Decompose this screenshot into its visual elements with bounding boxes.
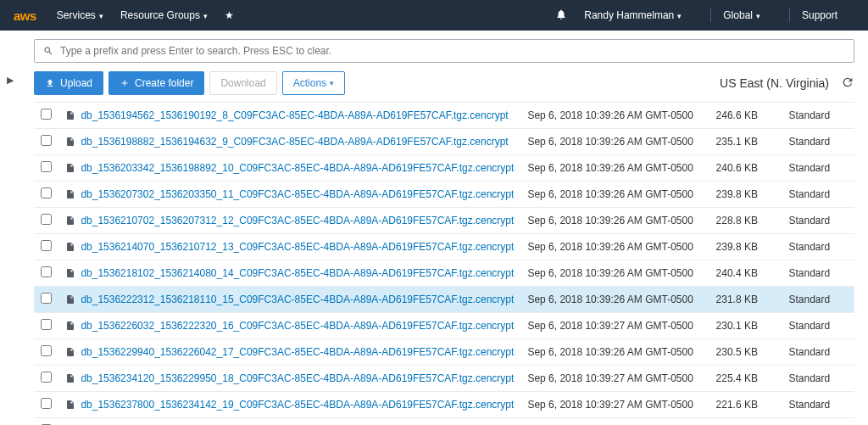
services-label: Services (57, 9, 96, 21)
last-modified: Sep 6, 2018 10:39:27 AM GMT-0500 (520, 392, 709, 418)
last-modified: Sep 6, 2018 10:39:26 AM GMT-0500 (520, 182, 709, 208)
upload-label: Upload (60, 77, 92, 89)
region-label: US East (N. Virginia) (720, 76, 829, 90)
storage-class: Standard (782, 287, 854, 313)
object-name-link[interactable]: db_1536214070_1536210712_13_C09FC3AC-85E… (81, 241, 514, 253)
table-row[interactable]: db_1536242532_1536237810_20_C09FC3AC-85E… (34, 418, 854, 426)
row-checkbox[interactable] (41, 240, 52, 251)
services-menu[interactable]: Services▾ (57, 9, 103, 21)
actions-menu[interactable]: Actions▾ (282, 71, 345, 95)
region-header-label: Global (723, 9, 753, 21)
file-icon (65, 136, 81, 148)
storage-class: Standard (782, 182, 854, 208)
file-icon (65, 372, 81, 384)
search-icon (43, 46, 53, 56)
region-menu[interactable]: Global▾ (723, 9, 760, 21)
object-size: 230.5 KB (709, 339, 782, 366)
object-name-link[interactable]: db_1536203342_1536198892_10_C09FC3AC-85E… (81, 162, 514, 174)
notifications-icon[interactable] (555, 8, 567, 23)
download-label: Download (220, 77, 265, 89)
row-checkbox[interactable] (41, 266, 52, 277)
account-menu[interactable]: Randy Hammelman▾ (584, 9, 682, 21)
resource-groups-label: Resource Groups (120, 9, 200, 21)
object-name-link[interactable]: db_1536194562_1536190192_8_C09FC3AC-85EC… (81, 109, 508, 121)
toolbar: Upload Create folder Download Actions▾ U… (34, 71, 854, 95)
table-row[interactable]: db_1536222312_1536218110_15_C09FC3AC-85E… (34, 287, 854, 313)
last-modified: Sep 6, 2018 10:39:27 AM GMT-0500 (520, 366, 709, 392)
last-modified: Sep 6, 2018 10:39:27 AM GMT-0500 (520, 313, 709, 339)
table-row[interactable]: db_1536194562_1536190192_8_C09FC3AC-85EC… (34, 103, 854, 129)
file-icon (65, 294, 81, 305)
row-checkbox[interactable] (41, 319, 52, 330)
row-checkbox[interactable] (41, 345, 52, 356)
storage-class: Standard (782, 260, 854, 287)
refresh-icon[interactable] (841, 75, 854, 92)
object-name-link[interactable]: db_1536234120_1536229950_18_C09FC3AC-85E… (81, 372, 514, 384)
expand-sidebar-handle[interactable]: ▶ (7, 75, 14, 86)
chevron-down-icon: ▾ (203, 12, 208, 20)
chevron-down-icon: ▾ (330, 79, 334, 87)
upload-button[interactable]: Upload (34, 71, 103, 95)
row-checkbox[interactable] (41, 372, 52, 383)
create-folder-button[interactable]: Create folder (108, 71, 204, 95)
row-checkbox[interactable] (41, 109, 52, 120)
chevron-down-icon: ▾ (677, 12, 682, 20)
storage-class: Standard (782, 103, 854, 129)
storage-class: Standard (782, 234, 854, 260)
object-size: 225.4 KB (709, 366, 782, 392)
object-name-link[interactable]: db_1536237800_1536234142_19_C09FC3AC-85E… (81, 399, 514, 411)
upload-icon (45, 78, 55, 88)
divider (789, 8, 790, 22)
storage-class: Standard (782, 366, 854, 392)
pin-icon[interactable]: ★ (225, 9, 234, 21)
table-row[interactable]: db_1536229940_1536226042_17_C09FC3AC-85E… (34, 339, 854, 366)
table-row[interactable]: db_1536234120_1536229950_18_C09FC3AC-85E… (34, 366, 854, 392)
object-name-link[interactable]: db_1536198882_1536194632_9_C09FC3AC-85EC… (81, 136, 508, 148)
object-size: 240.6 KB (709, 155, 782, 182)
row-checkbox[interactable] (41, 161, 52, 172)
last-modified: Sep 6, 2018 10:39:26 AM GMT-0500 (520, 103, 709, 129)
row-checkbox[interactable] (41, 135, 52, 146)
table-row[interactable]: db_1536226032_1536222320_16_C09FC3AC-85E… (34, 313, 854, 339)
file-icon (65, 188, 81, 200)
create-folder-label: Create folder (135, 77, 193, 89)
row-checkbox[interactable] (41, 293, 52, 304)
file-icon (65, 399, 81, 411)
table-row[interactable]: db_1536210702_1536207312_12_C09FC3AC-85E… (34, 208, 854, 234)
row-checkbox[interactable] (41, 398, 52, 409)
table-row[interactable]: db_1536198882_1536194632_9_C09FC3AC-85EC… (34, 129, 854, 155)
chevron-down-icon: ▾ (99, 12, 103, 20)
last-modified: Sep 6, 2018 10:39:26 AM GMT-0500 (520, 208, 709, 234)
object-name-link[interactable]: db_1536218102_1536214080_14_C09FC3AC-85E… (81, 267, 514, 279)
table-row[interactable]: db_1536237800_1536234142_19_C09FC3AC-85E… (34, 392, 854, 418)
search-input[interactable] (60, 45, 845, 57)
row-checkbox[interactable] (41, 214, 52, 225)
object-size: 246.6 KB (709, 103, 782, 129)
object-size: 231.8 KB (709, 287, 782, 313)
row-checkbox[interactable] (41, 187, 52, 199)
file-icon (65, 267, 81, 279)
object-name-link[interactable]: db_1536226032_1536222320_16_C09FC3AC-85E… (81, 320, 514, 332)
object-list-table: db_1536194562_1536190192_8_C09FC3AC-85EC… (34, 102, 854, 425)
actions-label: Actions (293, 77, 326, 89)
table-row[interactable]: db_1536218102_1536214080_14_C09FC3AC-85E… (34, 260, 854, 287)
object-size: 222.9 KB (709, 418, 782, 426)
table-row[interactable]: db_1536207302_1536203350_11_C09FC3AC-85E… (34, 182, 854, 208)
object-size: 230.1 KB (709, 313, 782, 339)
resource-groups-menu[interactable]: Resource Groups▾ (120, 9, 208, 21)
storage-class: Standard (782, 129, 854, 155)
last-modified: Sep 6, 2018 10:39:27 AM GMT-0500 (520, 418, 709, 426)
object-name-link[interactable]: db_1536210702_1536207312_12_C09FC3AC-85E… (81, 215, 514, 226)
last-modified: Sep 6, 2018 10:39:26 AM GMT-0500 (520, 129, 709, 155)
search-bar[interactable] (34, 39, 854, 63)
object-name-link[interactable]: db_1536229940_1536226042_17_C09FC3AC-85E… (81, 346, 514, 358)
user-label: Randy Hammelman (584, 9, 674, 21)
aws-logo[interactable]: aws (14, 8, 57, 23)
object-name-link[interactable]: db_1536207302_1536203350_11_C09FC3AC-85E… (81, 188, 514, 200)
table-row[interactable]: db_1536203342_1536198892_10_C09FC3AC-85E… (34, 155, 854, 182)
table-row[interactable]: db_1536214070_1536210712_13_C09FC3AC-85E… (34, 234, 854, 260)
object-size: 240.4 KB (709, 260, 782, 287)
plus-icon (120, 78, 130, 88)
support-menu[interactable]: Support (802, 9, 837, 21)
object-name-link[interactable]: db_1536222312_1536218110_15_C09FC3AC-85E… (81, 294, 514, 305)
